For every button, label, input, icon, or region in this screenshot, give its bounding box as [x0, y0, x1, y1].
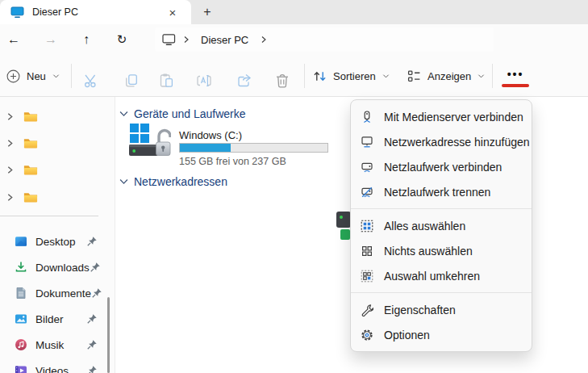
this-pc-icon	[162, 34, 176, 46]
documents-icon	[15, 287, 27, 300]
menu-item-disconnect-network-drive[interactable]: Netzlaufwerk trennen	[351, 179, 532, 204]
sidebar-item-dokumente[interactable]: Dokumente	[0, 280, 106, 306]
chevron-right-icon	[183, 36, 190, 44]
tree-folder-item[interactable]	[0, 130, 106, 156]
menu-item-invert-selection[interactable]: Auswahl umkehren	[351, 263, 532, 288]
sidebar-item-label: Bilder	[35, 313, 86, 325]
new-button[interactable]: Neu	[6, 63, 60, 89]
gear-icon	[361, 329, 373, 342]
network-drive-accent	[340, 229, 350, 240]
pin-icon	[86, 313, 98, 325]
select-none-icon	[361, 245, 373, 258]
new-tab-button[interactable]: +	[198, 2, 217, 22]
refresh-icon[interactable]: ↻	[112, 30, 131, 49]
menu-item-properties[interactable]: Eigenschaften	[351, 297, 532, 322]
section-label: Netzwerkadressen	[134, 175, 227, 188]
view-button[interactable]: Anzeigen	[407, 63, 485, 89]
tree-folder-item[interactable]	[0, 103, 106, 129]
chevron-right-icon	[6, 193, 14, 202]
chevron-down-icon	[52, 73, 60, 80]
menu-item-label: Mit Medienserver verbinden	[384, 111, 523, 124]
menu-item-label: Alles auswählen	[384, 220, 465, 233]
forward-icon[interactable]: →	[41, 30, 60, 49]
menu-item-label: Nichts auswählen	[384, 245, 473, 258]
drive-free-space: 155 GB frei von 237 GB	[179, 156, 286, 167]
file-explorer-window: Dieser PC × + ← → ↑ ↻ Dieser PC	[0, 0, 588, 373]
pin-icon	[86, 365, 98, 373]
delete-button[interactable]	[274, 73, 290, 89]
toolbar-divider	[492, 64, 493, 88]
chevron-right-icon	[6, 112, 14, 121]
tree-folder-item[interactable]	[0, 184, 106, 210]
trash-icon	[274, 73, 290, 89]
windows-drive-icon	[129, 124, 171, 159]
section-header-network[interactable]: Netzwerkadressen	[119, 175, 227, 188]
drive-name[interactable]: Windows (C:)	[179, 129, 242, 141]
ellipsis-icon: •••	[507, 69, 524, 80]
plus-circle-icon	[6, 69, 20, 83]
sidebar-item-musik[interactable]: Musik	[0, 332, 106, 358]
sort-label: Sortieren	[333, 70, 376, 82]
sidebar-item-desktop[interactable]: Desktop	[0, 228, 106, 254]
chevron-down-icon	[477, 73, 485, 80]
toolbar-divider	[71, 64, 72, 88]
share-button[interactable]	[236, 73, 252, 89]
toolbar-divider	[304, 64, 305, 88]
menu-item-label: Auswahl umkehren	[384, 270, 480, 283]
navigation-pane: Desktop Downloads	[0, 97, 115, 373]
breadcrumb-item[interactable]: Dieser PC	[201, 34, 248, 46]
pictures-icon	[15, 312, 27, 325]
share-icon	[236, 73, 252, 89]
chevron-down-icon	[119, 178, 128, 185]
pin-icon	[90, 262, 101, 273]
section-label: Geräte und Laufwerke	[134, 107, 246, 120]
up-icon[interactable]: ↑	[77, 30, 96, 49]
close-tab-icon[interactable]: ×	[163, 2, 182, 22]
menu-item-connect-media-server[interactable]: Mit Medienserver verbinden	[351, 104, 532, 129]
menu-item-label: Eigenschaften	[384, 304, 456, 316]
copy-icon	[123, 73, 140, 89]
copy-button[interactable]	[123, 73, 140, 89]
pin-icon	[86, 236, 98, 247]
sidebar-scrollbar[interactable]	[107, 297, 110, 373]
sidebar-item-downloads[interactable]: Downloads	[0, 254, 106, 280]
menu-item-connect-network-drive[interactable]: Netzlaufwerk verbinden	[351, 154, 532, 179]
rename-icon	[196, 73, 212, 89]
view-label: Anzeigen	[427, 70, 471, 82]
menu-item-add-network-address[interactable]: Netzwerkadresse hinzufügen	[351, 129, 532, 154]
menu-divider	[351, 292, 532, 293]
sidebar-item-videos[interactable]: Videos	[0, 358, 106, 373]
paste-button[interactable]	[158, 73, 174, 89]
disconnect-network-drive-icon	[361, 186, 373, 199]
chevron-down-icon	[119, 111, 128, 117]
menu-item-select-none[interactable]: Nichts auswählen	[351, 238, 532, 263]
downloads-icon	[15, 261, 27, 274]
menu-item-label: Optionen	[384, 329, 430, 342]
menu-item-select-all[interactable]: Alles auswählen	[351, 213, 532, 238]
section-header-devices[interactable]: Geräte und Laufwerke	[119, 107, 246, 120]
network-drive-led	[340, 216, 343, 219]
sidebar-item-label: Videos	[35, 365, 86, 373]
sidebar-item-bilder[interactable]: Bilder	[0, 306, 106, 332]
back-icon[interactable]: ←	[4, 30, 23, 49]
command-bar: Neu	[0, 55, 588, 97]
address-bar[interactable]: Dieser PC	[155, 27, 494, 52]
pin-icon	[91, 287, 102, 299]
chevron-down-icon	[382, 73, 390, 80]
rename-button[interactable]	[196, 73, 212, 89]
menu-item-options[interactable]: Optionen	[351, 322, 532, 347]
menu-item-label: Netzlaufwerk trennen	[384, 186, 490, 199]
sort-button[interactable]: Sortieren	[313, 63, 390, 89]
invert-selection-icon	[361, 270, 373, 283]
tree-folder-item[interactable]	[0, 157, 106, 182]
tab-dieser-pc[interactable]: Dieser PC ×	[0, 0, 191, 24]
videos-icon	[15, 364, 27, 373]
sidebar-item-label: Desktop	[35, 236, 86, 248]
chevron-right-icon	[261, 36, 267, 44]
media-server-icon	[361, 111, 373, 124]
pin-icon	[86, 339, 98, 350]
menu-item-label: Netzlaufwerk verbinden	[384, 161, 502, 174]
drive-usage-fill	[180, 144, 231, 152]
cut-button[interactable]	[83, 73, 99, 89]
new-label: Neu	[27, 70, 46, 82]
